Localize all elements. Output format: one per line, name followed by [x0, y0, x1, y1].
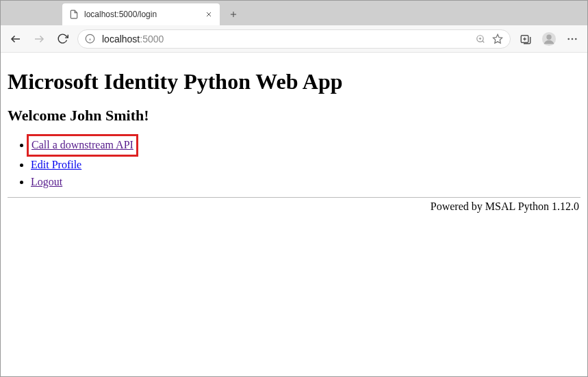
page-content: Microsoft Identity Python Web App Welcom… [1, 53, 587, 376]
link-list: Call a downstream API Edit Profile Logou… [8, 134, 580, 190]
back-button[interactable] [8, 31, 24, 47]
page-title: Microsoft Identity Python Web App [8, 69, 580, 94]
site-info-icon[interactable] [85, 34, 95, 44]
tab-strip: localhost:5000/login [1, 1, 587, 25]
favorites-icon[interactable] [492, 34, 503, 44]
zoom-icon[interactable] [476, 34, 485, 44]
menu-icon[interactable] [564, 31, 580, 47]
browser-tab[interactable]: localhost:5000/login [62, 3, 220, 25]
svg-point-19 [567, 38, 570, 40]
highlight-annotation: Call a downstream API [27, 134, 138, 157]
footer-text: Powered by MSAL Python 1.12.0 [8, 200, 580, 213]
page-icon [69, 10, 79, 19]
svg-marker-13 [493, 34, 502, 43]
list-item: Edit Profile [31, 157, 580, 174]
collections-icon[interactable] [517, 31, 534, 47]
address-host: localhost [102, 34, 140, 44]
call-api-link[interactable]: Call a downstream API [31, 139, 133, 151]
profile-icon[interactable] [541, 31, 557, 47]
svg-point-18 [546, 34, 551, 39]
tab-title: localhost:5000/login [84, 10, 199, 19]
forward-button[interactable] [31, 31, 47, 47]
svg-point-20 [572, 38, 574, 40]
refresh-button[interactable] [54, 31, 71, 47]
list-item: Call a downstream API [31, 134, 580, 157]
list-item: Logout [31, 174, 580, 191]
browser-toolbar: localhost:5000 [1, 25, 587, 53]
new-tab-button[interactable] [224, 5, 243, 24]
close-tab-icon[interactable] [205, 10, 213, 18]
svg-line-12 [483, 40, 485, 42]
address-port: :5000 [140, 34, 164, 44]
edit-profile-link[interactable]: Edit Profile [31, 159, 81, 170]
address-text: localhost:5000 [102, 34, 164, 44]
divider [8, 197, 580, 198]
logout-link[interactable]: Logout [31, 176, 62, 187]
welcome-heading: Welcome John Smith! [8, 107, 580, 125]
svg-point-21 [575, 38, 577, 40]
address-bar[interactable]: localhost:5000 [77, 29, 511, 49]
